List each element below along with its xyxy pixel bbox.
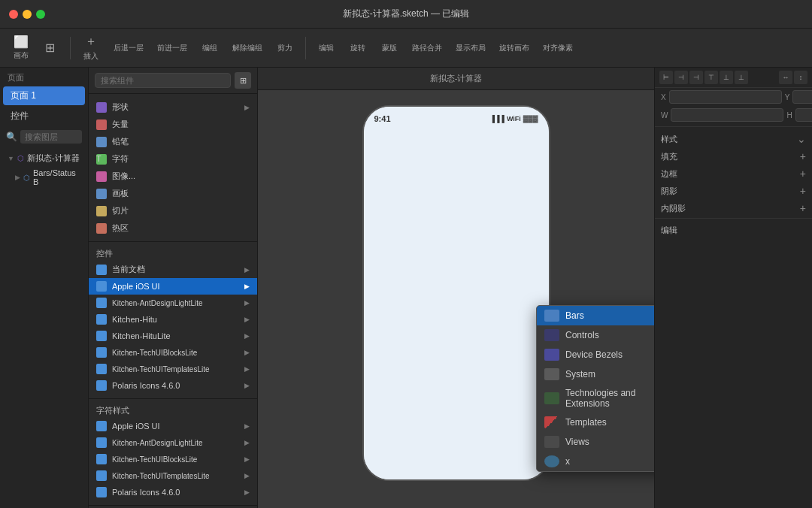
comp-polaris[interactable]: Polaris Icons 4.6.0 ▶ <box>89 377 257 394</box>
layer-root[interactable]: ▼ ⬡ 新拟态-计算器 <box>0 150 88 166</box>
dropdown-templates-item[interactable]: Templates ▶ <box>537 413 654 432</box>
comp-apple-ios[interactable]: Apple iOS UI ▶ <box>89 278 257 295</box>
toolbar-path-btn[interactable]: 路径合并 <box>408 33 447 63</box>
comp-shape[interactable]: 形状 ▶ <box>89 98 257 116</box>
shadow-add-btn[interactable]: + <box>800 185 806 197</box>
bezels-label: Device Bezels <box>565 349 623 360</box>
x-menu-icon <box>544 455 559 467</box>
layer-child-label: Bars/Status B <box>33 168 80 186</box>
tech-label: Technologies and Extensions <box>565 388 654 409</box>
toolbar-mask-btn[interactable]: 蒙版 <box>376 33 403 63</box>
toolbar-align-btn[interactable]: 对齐像素 <box>538 33 577 63</box>
distribute-h-btn[interactable]: ↔ <box>779 71 792 84</box>
fill-label: 填充 <box>661 151 677 162</box>
toolbar-edit-btn[interactable]: 编辑 <box>313 33 340 63</box>
align-left-btn[interactable]: ⊢ <box>659 71 673 84</box>
comp-slice[interactable]: 切片 <box>89 202 257 219</box>
pencil-label: 铅笔 <box>112 136 129 147</box>
font-apple-ios[interactable]: Apple iOS UI ▶ <box>89 418 257 434</box>
close-button[interactable] <box>9 10 18 19</box>
toolbar-rotate-btn[interactable]: 旋转 <box>344 33 371 63</box>
current-doc-icon <box>96 265 107 275</box>
comp-kitchen-techui-templates[interactable]: Kitchen-TechUITemplatesLite ▶ <box>89 361 257 377</box>
align-top-btn[interactable]: ⊤ <box>704 71 718 84</box>
inner-shadow-label: 内阴影 <box>661 203 686 214</box>
comp-hotspot[interactable]: 热区 <box>89 219 257 237</box>
expand-icon: ▼ <box>8 155 14 162</box>
font-techui-templates[interactable]: Kitchen-TechUITemplatesLite ▶ <box>89 467 257 484</box>
toolbar-rotate2-btn[interactable]: 旋转画布 <box>495 33 534 63</box>
font-ant-chevron: ▶ <box>244 439 250 446</box>
distribute-v-btn[interactable]: ↕ <box>794 71 807 84</box>
x-input[interactable] <box>669 90 782 104</box>
font-antdesign[interactable]: Kitchen-AntDesignLightLite ▶ <box>89 434 257 451</box>
comp-text[interactable]: T 字符 <box>89 150 257 168</box>
border-add-btn[interactable]: + <box>800 168 806 180</box>
controls-menu-label: Controls <box>565 330 599 340</box>
component-search-input[interactable] <box>95 73 231 88</box>
apple-ios-label: Apple iOS UI <box>112 282 160 291</box>
controls-menu-icon <box>544 329 559 341</box>
fill-header: 填充 + <box>655 147 812 164</box>
vector-label: 矢量 <box>112 119 129 130</box>
comp-kitchen-ant[interactable]: Kitchen-AntDesignLightLite ▶ <box>89 295 257 311</box>
comp-kitchen-hitu[interactable]: Kitchen-Hitu ▶ <box>89 311 257 328</box>
minimize-button[interactable] <box>23 10 32 19</box>
path-label: 路径合并 <box>412 43 442 53</box>
align-right-btn[interactable]: ⊣ <box>689 71 703 84</box>
toolbar-insert-btn[interactable]: ＋ 插入 <box>77 33 105 63</box>
fill-add-btn[interactable]: + <box>800 150 806 162</box>
sidebar-page1[interactable]: 页面 1 <box>3 86 85 105</box>
toolbar-display-btn[interactable]: 显示布局 <box>451 33 490 63</box>
traffic-lights <box>9 10 45 19</box>
dropdown-bars-item[interactable]: Bars ▶ <box>537 306 654 325</box>
font-techui-blocks[interactable]: Kitchen-TechUIBlocksLite ▶ <box>89 451 257 467</box>
comp-image[interactable]: 图像... <box>89 168 257 185</box>
dropdown-bars-menu[interactable]: Bars ▶ Controls ▶ Device Bezels <box>536 305 654 472</box>
comp-artboard[interactable]: 画板 <box>89 185 257 202</box>
layer-child[interactable]: ▶ ⬡ Bars/Status B <box>0 166 88 189</box>
comp-kitchen-techui-blocks[interactable]: Kitchen-TechUIBlocksLite ▶ <box>89 344 257 361</box>
comp-vector[interactable]: 矢量 <box>89 116 257 133</box>
font-ant-icon <box>96 437 107 448</box>
comp-kitchen-hitu-lite[interactable]: Kitchen-HituLite ▶ <box>89 328 257 344</box>
dropdown-tech-item[interactable]: Technologies and Extensions ▶ <box>537 384 654 413</box>
align-center-v-btn[interactable]: ⊥ <box>720 71 733 84</box>
toolbar-cut-btn[interactable]: 剪力 <box>271 33 298 63</box>
h-input[interactable] <box>795 108 812 122</box>
fullscreen-button[interactable] <box>36 10 45 19</box>
comp-pencil[interactable]: 铅笔 <box>89 133 257 150</box>
font-polaris[interactable]: Polaris Icons 4.6.0 ▶ <box>89 484 257 500</box>
toolbar-group-btn[interactable]: 编组 <box>196 33 223 63</box>
toolbar-back-btn[interactable]: 前进一层 <box>153 33 192 63</box>
align-bottom-btn[interactable]: ⊥ <box>735 71 748 84</box>
toolbar-canvas-btn[interactable]: ⬜ 画布 <box>8 33 35 63</box>
dropdown-system-item[interactable]: System ▶ <box>537 364 654 384</box>
font-techui-templates-label: Kitchen-TechUITemplatesLite <box>112 472 210 480</box>
inner-shadow-add-btn[interactable]: + <box>800 202 806 214</box>
component-filter-btn[interactable]: ⊞ <box>235 72 251 89</box>
canvas-label: 画布 <box>14 50 29 61</box>
toolbar-grid-btn[interactable]: ⊞ <box>36 33 63 63</box>
controls-section: 控件 当前文档 ▶ Apple iOS UI ▶ Kitchen-A <box>89 242 257 399</box>
w-input[interactable] <box>671 108 783 122</box>
cut-label: 剪力 <box>277 43 292 53</box>
sidebar-controls[interactable]: 控件 <box>3 107 85 125</box>
toolbar-forward-btn[interactable]: 后退一层 <box>109 33 148 63</box>
dropdown-bezels-item[interactable]: Device Bezels ▶ <box>537 345 654 364</box>
shape-chevron: ▶ <box>244 104 250 111</box>
style-section-header: 样式 ⌄ <box>655 129 812 147</box>
toolbar-ungroup-btn[interactable]: 解除编组 <box>228 33 267 63</box>
dropdown-views-item[interactable]: Views ▶ <box>537 432 654 452</box>
comp-current-doc[interactable]: 当前文档 ▶ <box>89 261 257 278</box>
layer-search-input[interactable] <box>20 130 82 144</box>
style-expand-btn[interactable]: ⌄ <box>797 133 806 145</box>
kitchen-hitu-lite-icon <box>96 331 107 341</box>
iphone-time: 9:41 <box>374 114 391 123</box>
kitchen-techui-blocks-label: Kitchen-TechUIBlocksLite <box>112 349 197 357</box>
align-center-h-btn[interactable]: ⊣ <box>674 71 688 84</box>
y-input[interactable] <box>792 90 812 104</box>
dropdown-controls-item[interactable]: Controls ▶ <box>537 325 654 345</box>
font-apple-chevron: ▶ <box>244 422 250 430</box>
dropdown-x-item[interactable]: x ▶ <box>537 452 654 471</box>
